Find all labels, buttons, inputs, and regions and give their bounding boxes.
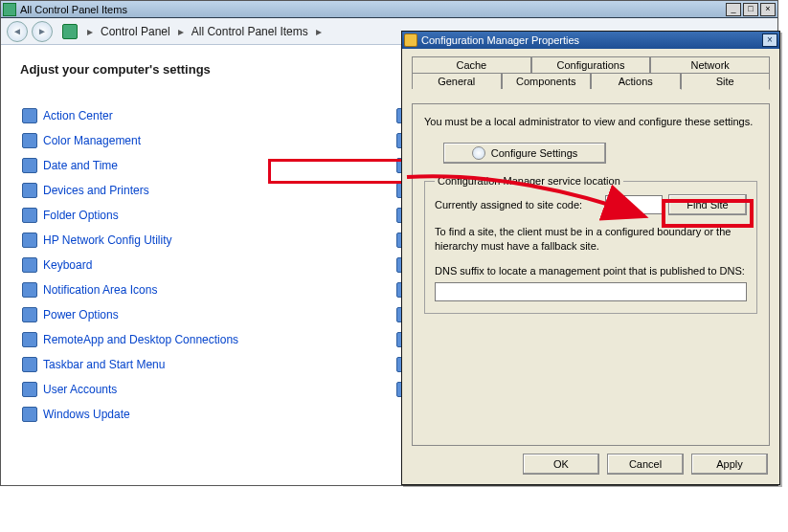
cp-item-icon (22, 357, 37, 372)
nav-back-button[interactable]: ◄ (7, 21, 28, 42)
tab-network[interactable]: Network (650, 56, 770, 73)
cp-item-icon (22, 382, 37, 397)
cp-item[interactable]: RemoteApp and Desktop Connections (20, 327, 385, 352)
cp-item-icon (22, 282, 37, 298)
cp-item-label: Notification Area Icons (43, 283, 157, 297)
cp-item-label: Action Center (43, 109, 113, 122)
dialog-title: Configuration Manager Properties (421, 34, 579, 46)
cp-item-icon (22, 233, 37, 248)
cp-item-icon (22, 407, 37, 422)
cp-item[interactable]: Action Center (20, 103, 385, 128)
window-title: All Control Panel Items (20, 4, 127, 15)
breadcrumb-sep: ▸ (176, 25, 186, 38)
dns-suffix-label: DNS suffix to locate a management point … (435, 265, 747, 277)
cp-item[interactable]: Keyboard (20, 253, 385, 277)
tab-components[interactable]: Components (502, 73, 592, 89)
breadcrumb-seg-1[interactable]: Control Panel (99, 25, 172, 38)
cancel-button[interactable]: Cancel (607, 454, 684, 475)
tab-strip: Cache Configurations Network General Com… (412, 56, 770, 95)
cp-item[interactable]: Power Options (20, 302, 385, 327)
cp-item[interactable]: HP Network Config Utility (20, 228, 385, 253)
cp-item-label: RemoteApp and Desktop Connections (43, 333, 238, 346)
breadcrumb-sep: ▸ (85, 25, 95, 38)
configure-settings-label: Configure Settings (491, 147, 578, 159)
cp-item-label: Power Options (43, 308, 119, 321)
config-manager-properties-dialog: Configuration Manager Properties × Cache… (401, 31, 780, 485)
cp-item[interactable]: Devices and Printers (20, 178, 385, 203)
cp-item-label: Taskbar and Start Menu (43, 358, 165, 371)
tab-cache[interactable]: Cache (412, 56, 531, 73)
tab-configurations[interactable]: Configurations (531, 56, 651, 73)
dialog-titlebar: Configuration Manager Properties × (402, 32, 779, 49)
tab-panel-site: You must be a local administrator to vie… (412, 103, 770, 446)
cp-item[interactable]: Date and Time (20, 153, 385, 178)
find-site-hint: To find a site, the client must be in a … (435, 225, 747, 254)
cp-item[interactable]: Taskbar and Start Menu (20, 352, 385, 377)
cp-item-icon (22, 133, 37, 148)
dialog-icon (404, 33, 417, 47)
cp-item-label: Keyboard (43, 258, 92, 272)
tab-actions[interactable]: Actions (591, 73, 681, 89)
cp-item-icon (22, 158, 37, 173)
configure-settings-button[interactable]: Configure Settings (443, 143, 606, 164)
cp-item-label: Folder Options (43, 209, 119, 222)
dialog-close-button[interactable]: × (762, 33, 777, 47)
close-button[interactable]: × (760, 3, 776, 16)
service-location-group: Configuration Manager service location C… (424, 175, 757, 314)
cp-item-label: User Accounts (43, 383, 117, 396)
cp-item-label: HP Network Config Utility (43, 233, 171, 247)
nav-forward-button[interactable]: ► (32, 21, 53, 42)
find-site-button[interactable]: Find Site (668, 194, 747, 215)
dialog-button-row: OK Cancel Apply (523, 454, 768, 475)
cp-item[interactable]: Notification Area Icons (20, 277, 385, 302)
tab-site[interactable]: Site (681, 73, 771, 90)
cp-item[interactable]: User Accounts (20, 377, 385, 402)
assigned-site-label: Currently assigned to site code: (435, 199, 599, 211)
cp-item[interactable]: Windows Update (20, 402, 385, 427)
dns-suffix-input[interactable] (435, 282, 747, 301)
cp-item-icon (22, 307, 37, 322)
breadcrumb-seg-2[interactable]: All Control Panel Items (190, 25, 310, 38)
cp-item-icon (22, 208, 37, 223)
apply-button[interactable]: Apply (691, 454, 768, 475)
tab-general[interactable]: General (412, 73, 502, 89)
cp-item-icon (22, 108, 37, 123)
cp-item-label: Devices and Printers (43, 184, 149, 197)
cp-item-icon (22, 332, 37, 347)
ok-button[interactable]: OK (523, 454, 599, 475)
minimize-button[interactable]: _ (726, 3, 741, 16)
breadcrumb-sep: ▸ (314, 25, 324, 38)
cp-item-icon (22, 257, 37, 273)
cp-item[interactable]: Color Management (20, 128, 385, 153)
cp-item-label: Color Management (43, 134, 141, 147)
shield-icon (472, 146, 485, 160)
service-location-legend: Configuration Manager service location (435, 175, 623, 187)
site-code-input[interactable] (605, 195, 663, 214)
admin-note: You must be a local administrator to vie… (424, 116, 757, 127)
category-icon (62, 24, 78, 39)
titlebar: All Control Panel Items _ □ × (1, 1, 777, 18)
control-panel-icon (3, 3, 16, 16)
maximize-button[interactable]: □ (743, 3, 758, 16)
cp-item[interactable]: Folder Options (20, 203, 385, 228)
cp-item-label: Date and Time (43, 159, 118, 172)
cp-item-icon (22, 183, 37, 198)
cp-item-label: Windows Update (43, 408, 130, 421)
